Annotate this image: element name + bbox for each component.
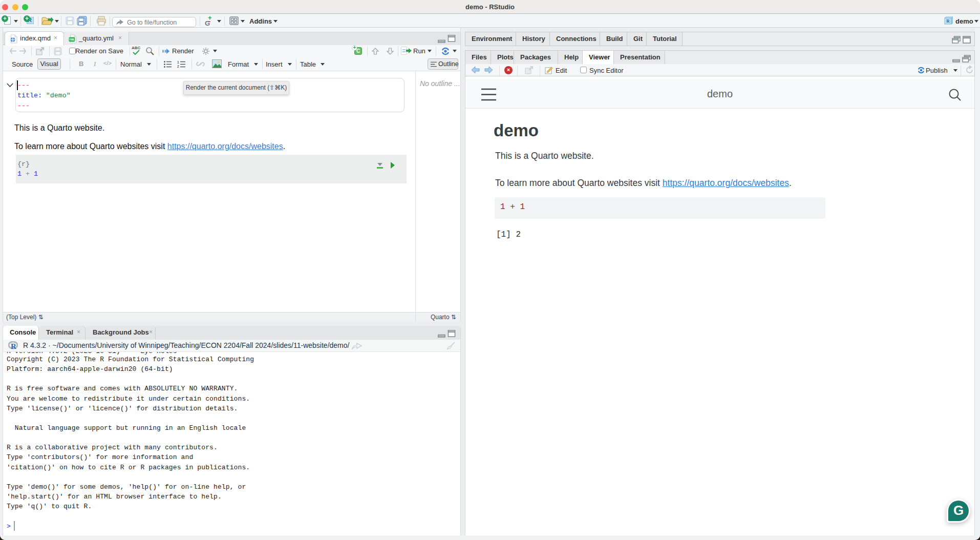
svg-text:1: 1: [177, 61, 179, 64]
svg-text:R: R: [11, 342, 16, 350]
svg-text:YML: YML: [69, 38, 75, 41]
svg-text:2: 2: [177, 65, 179, 68]
svg-text:R: R: [946, 18, 950, 24]
